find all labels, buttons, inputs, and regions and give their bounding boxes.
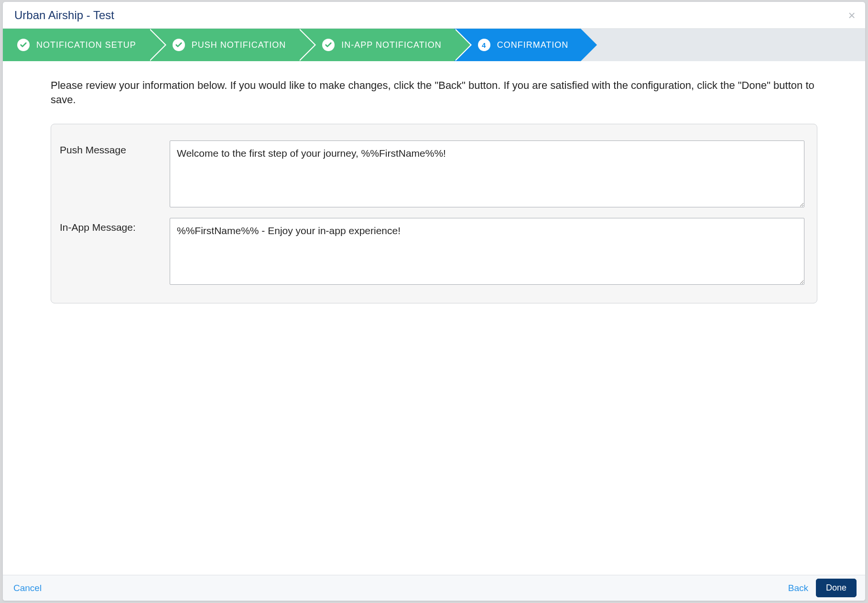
modal-title: Urban Airship - Test	[14, 9, 114, 22]
back-button[interactable]: Back	[786, 580, 810, 596]
step-confirmation[interactable]: 4 CONFIRMATION	[454, 29, 581, 61]
cancel-button[interactable]: Cancel	[11, 580, 43, 596]
push-message-label: Push Message	[60, 140, 170, 156]
push-message-textarea[interactable]	[170, 140, 804, 207]
step-number-badge: 4	[478, 39, 490, 51]
wizard-steps: NOTIFICATION SETUP PUSH NOTIFICATION IN-…	[3, 29, 865, 61]
inapp-message-textarea[interactable]	[170, 218, 804, 285]
done-button[interactable]: Done	[816, 579, 857, 597]
step-label: NOTIFICATION SETUP	[36, 40, 136, 50]
modal-body: Please review your information below. If…	[3, 61, 865, 575]
step-label: IN-APP NOTIFICATION	[341, 40, 441, 50]
review-card: Push Message In-App Message:	[51, 124, 817, 303]
field-row-inapp: In-App Message:	[60, 218, 804, 287]
check-icon	[322, 39, 335, 51]
field-row-push: Push Message	[60, 140, 804, 209]
step-in-app-notification[interactable]: IN-APP NOTIFICATION	[298, 29, 454, 61]
check-icon	[17, 39, 30, 51]
step-push-notification[interactable]: PUSH NOTIFICATION	[149, 29, 299, 61]
close-icon[interactable]: ×	[846, 10, 857, 21]
modal-header: Urban Airship - Test ×	[3, 2, 865, 29]
modal-dialog: Urban Airship - Test × NOTIFICATION SETU…	[2, 1, 866, 601]
inapp-message-label: In-App Message:	[60, 218, 170, 233]
instructions-text: Please review your information below. If…	[51, 78, 817, 107]
check-icon	[173, 39, 185, 51]
step-notification-setup[interactable]: NOTIFICATION SETUP	[3, 29, 149, 61]
modal-footer: Cancel Back Done	[3, 575, 865, 601]
step-label: PUSH NOTIFICATION	[192, 40, 286, 50]
step-label: CONFIRMATION	[497, 40, 569, 50]
